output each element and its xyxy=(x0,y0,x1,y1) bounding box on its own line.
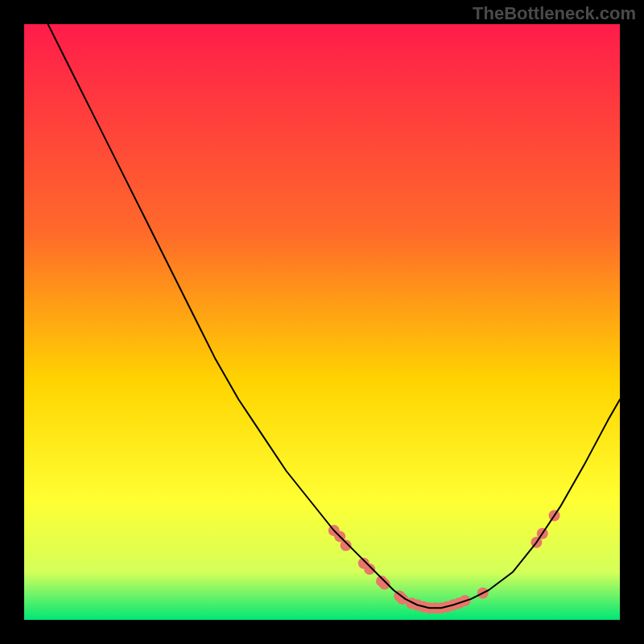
marker-group xyxy=(328,510,560,614)
bottleneck-curve xyxy=(48,24,620,608)
watermark-text: TheBottleneck.com xyxy=(473,3,636,24)
plot-area xyxy=(24,24,620,620)
chart-container: TheBottleneck.com xyxy=(0,0,644,644)
curve-overlay xyxy=(24,24,620,620)
